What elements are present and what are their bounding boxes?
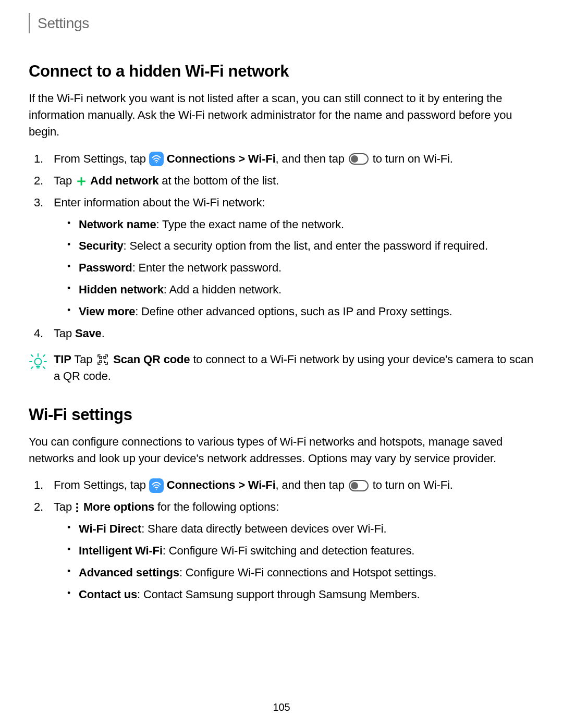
section2-intro: You can configure connections to various… xyxy=(29,434,534,467)
svg-point-1 xyxy=(35,358,42,365)
tip-text: TIP Tap Scan QR code to connect to a Wi-… xyxy=(54,351,534,385)
sub-view-more: View more: Define other advanced options… xyxy=(76,303,534,320)
page-number: 105 xyxy=(0,701,563,713)
sub-hidden-network: Hidden network: Add a hidden network. xyxy=(76,281,534,298)
svg-point-17 xyxy=(156,488,157,489)
section2-title: Wi-Fi settings xyxy=(29,405,534,424)
qr-code-icon xyxy=(96,353,109,366)
svg-rect-16 xyxy=(104,362,105,363)
more-options-icon xyxy=(76,503,78,512)
sub-wifi-direct: Wi-Fi Direct: Share data directly betwee… xyxy=(76,521,534,537)
section1-step3: Enter information about the Wi-Fi networ… xyxy=(54,194,534,320)
toggle-off-icon xyxy=(349,480,369,491)
sub-security: Security: Select a security option from … xyxy=(76,238,534,254)
svg-rect-12 xyxy=(104,356,106,359)
svg-rect-13 xyxy=(100,361,102,363)
connections-icon xyxy=(149,478,164,493)
svg-rect-15 xyxy=(105,362,106,363)
section1-step1: From Settings, tap Connections > Wi-Fi, … xyxy=(54,151,534,167)
section2-step2: Tap More options for the following optio… xyxy=(54,499,534,602)
tip-block: TIP Tap Scan QR code to connect to a Wi-… xyxy=(29,351,534,385)
svg-point-0 xyxy=(156,162,157,163)
svg-line-7 xyxy=(31,367,33,368)
section1-title: Connect to a hidden Wi-Fi network xyxy=(29,62,534,81)
section2-steps: From Settings, tap Connections > Wi-Fi, … xyxy=(29,477,534,602)
header-accent-bar xyxy=(29,13,30,33)
sub-password: Password: Enter the network password. xyxy=(76,260,534,276)
section1-steps: From Settings, tap Connections > Wi-Fi, … xyxy=(29,151,534,342)
svg-line-8 xyxy=(43,367,45,368)
sub-intelligent-wifi: Intelligent Wi-Fi: Configure Wi-Fi switc… xyxy=(76,542,534,559)
sub-network-name: Network name: Type the exact name of the… xyxy=(76,216,534,233)
svg-line-5 xyxy=(31,355,33,356)
svg-rect-14 xyxy=(104,361,105,362)
section2-sublist: Wi-Fi Direct: Share data directly betwee… xyxy=(54,521,534,603)
sub-advanced-settings: Advanced settings: Configure Wi-Fi conne… xyxy=(76,564,534,581)
header-title: Settings xyxy=(38,13,89,33)
svg-line-6 xyxy=(43,355,45,356)
section1-step2: Tap ＋ Add network at the bottom of the l… xyxy=(54,172,534,189)
section1-step4: Tap Save. xyxy=(54,325,534,342)
lightbulb-icon xyxy=(29,352,47,373)
sub-contact-us: Contact us: Contact Samsung support thro… xyxy=(76,586,534,603)
page-header: Settings xyxy=(29,13,534,33)
connections-icon xyxy=(149,152,164,166)
svg-rect-11 xyxy=(100,356,102,359)
section1-intro: If the Wi-Fi network you want is not lis… xyxy=(29,90,534,140)
section2-step1: From Settings, tap Connections > Wi-Fi, … xyxy=(54,477,534,493)
toggle-off-icon xyxy=(349,153,369,165)
section1-sublist: Network name: Type the exact name of the… xyxy=(54,216,534,320)
